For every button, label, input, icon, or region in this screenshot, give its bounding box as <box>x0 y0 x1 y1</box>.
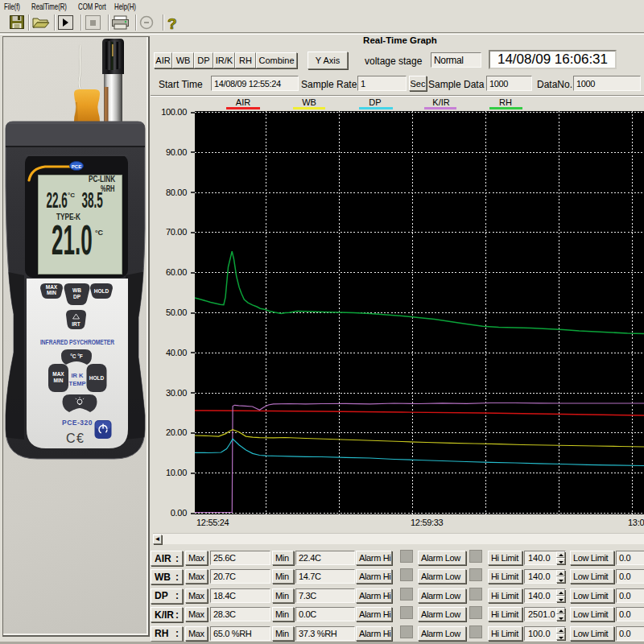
svg-text:°C °F: °C °F <box>70 353 83 359</box>
svg-text:PCE: PCE <box>72 164 81 169</box>
svg-text:DP: DP <box>73 294 81 299</box>
svg-text:PCE-320: PCE-320 <box>62 419 93 427</box>
svg-text:HOLD: HOLD <box>89 375 105 381</box>
svg-text:MAX: MAX <box>46 284 58 290</box>
svg-text:MIN: MIN <box>47 290 56 295</box>
svg-text:MAX: MAX <box>52 371 64 377</box>
svg-text:C€: C€ <box>66 431 85 445</box>
svg-text:INFRARED PSYCHROMETER: INFRARED PSYCHROMETER <box>40 338 114 346</box>
svg-text:IR K: IR K <box>72 372 85 379</box>
svg-text:21.0: 21.0 <box>52 217 93 263</box>
svg-text:°C: °C <box>95 229 104 237</box>
svg-text:22.6: 22.6 <box>47 188 68 213</box>
svg-text:°C: °C <box>68 192 75 199</box>
svg-text:HOLD: HOLD <box>94 288 109 294</box>
svg-text:TEMP: TEMP <box>69 380 86 387</box>
svg-text:?: ? <box>167 15 177 32</box>
svg-text:38.5: 38.5 <box>82 188 103 213</box>
svg-text:IRT: IRT <box>72 321 80 327</box>
svg-text:MIN: MIN <box>54 378 64 383</box>
svg-text:PC-LINK: PC-LINK <box>89 175 116 184</box>
svg-text:WB: WB <box>72 287 81 293</box>
